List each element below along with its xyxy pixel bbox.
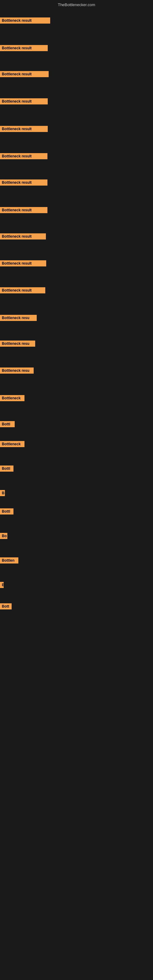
bottleneck-result-item: Bottleneck result bbox=[0, 207, 48, 213]
bottleneck-result-item: Bott bbox=[0, 603, 12, 609]
bottleneck-result-item: Bottleneck resu bbox=[0, 340, 35, 347]
bottleneck-result-item: B bbox=[0, 490, 5, 496]
bottleneck-result-item: Bottleneck result bbox=[0, 260, 46, 266]
bottleneck-result-item: Bottleneck result bbox=[0, 126, 48, 132]
bottleneck-result-item: Bottleneck result bbox=[0, 153, 48, 159]
bottleneck-result-item: Bottleneck result bbox=[0, 98, 48, 105]
bottleneck-result-item: Bottleneck resu bbox=[0, 368, 33, 374]
site-header: TheBottlenecker.com bbox=[0, 0, 153, 8]
bottleneck-result-item: Bottl bbox=[0, 466, 13, 472]
bottleneck-result-item: Bottleneck result bbox=[0, 71, 49, 77]
bottleneck-result-item: Bottleneck result bbox=[0, 233, 46, 240]
bottleneck-result-item: Bottleneck result bbox=[0, 45, 48, 51]
bottleneck-result-item: B bbox=[0, 582, 4, 588]
bottleneck-result-item: Bo bbox=[0, 533, 7, 539]
bottleneck-result-item: Bottleneck result bbox=[0, 180, 48, 186]
bottleneck-result-item: Bottlen bbox=[0, 557, 18, 563]
bottleneck-result-item: Bottleneck result bbox=[0, 18, 50, 24]
bottleneck-result-item: Bottleneck resu bbox=[0, 315, 37, 321]
bottleneck-result-item: Bottleneck result bbox=[0, 287, 45, 293]
bottleneck-result-item: Bottl bbox=[0, 508, 13, 514]
bottleneck-result-item: Bottleneck bbox=[0, 395, 24, 401]
bottleneck-result-item: Bottleneck bbox=[0, 441, 24, 447]
bottleneck-result-item: Bottl bbox=[0, 421, 15, 427]
